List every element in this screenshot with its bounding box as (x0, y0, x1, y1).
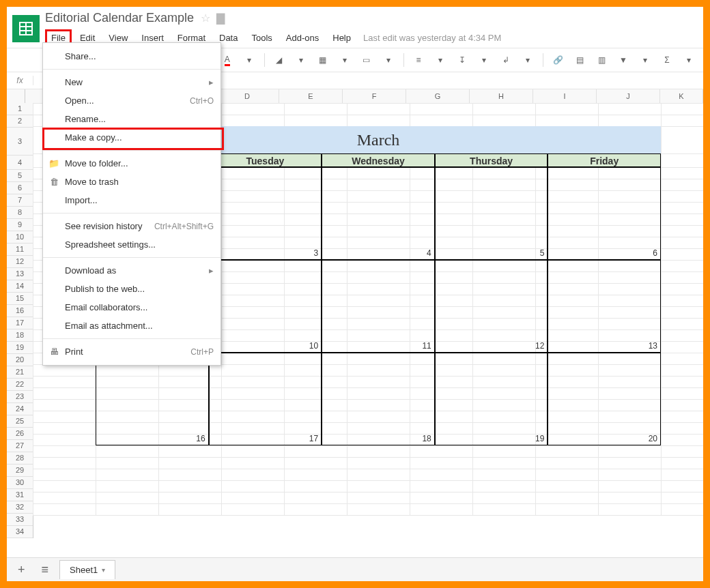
calendar-cell[interactable]: 16 (96, 353, 209, 445)
row-header-31[interactable]: 31 (7, 489, 33, 501)
row-header-8[interactable]: 8 (7, 207, 33, 219)
merge-cells-button[interactable]: ▭ (358, 53, 375, 67)
col-header-H[interactable]: H (470, 89, 533, 103)
chevron-down-icon[interactable]: ▾ (102, 566, 105, 574)
chevron-down-icon[interactable]: ▾ (240, 53, 258, 67)
star-icon[interactable]: ☆ (201, 12, 210, 24)
file-menu-item[interactable]: Spreadsheet settings... (43, 235, 221, 254)
calendar-cell[interactable]: 10 (209, 260, 322, 353)
filter-button[interactable]: ▼ (614, 53, 632, 67)
document-title[interactable]: Editorial Calendar Example (45, 11, 194, 25)
file-menu-item[interactable]: Open...Ctrl+O (43, 91, 221, 110)
calendar-cell[interactable]: 4 (322, 167, 435, 260)
calendar-cell[interactable]: 17 (209, 353, 322, 445)
row-header-22[interactable]: 22 (7, 379, 33, 391)
row-header-10[interactable]: 10 (7, 231, 33, 244)
row-header-7[interactable]: 7 (7, 194, 33, 207)
row-header-25[interactable]: 25 (7, 415, 33, 428)
calendar-cell[interactable]: 12 (435, 260, 548, 353)
file-menu-item[interactable]: See revision historyCtrl+Alt+Shift+G (43, 217, 221, 235)
menu-addons[interactable]: Add-ons (281, 30, 324, 46)
col-header-D[interactable]: D (216, 89, 279, 103)
borders-button[interactable]: ▦ (314, 53, 332, 67)
col-header-J[interactable]: J (597, 89, 660, 103)
chevron-down-icon[interactable]: ▾ (636, 53, 654, 67)
row-header-20[interactable]: 20 (7, 354, 33, 366)
row-header-26[interactable]: 26 (7, 428, 33, 440)
row-header-4[interactable]: 4 (7, 156, 33, 170)
wrap-button[interactable]: ↲ (497, 53, 515, 67)
file-menu-item[interactable]: Email as attachment... (43, 317, 221, 335)
row-header-12[interactable]: 12 (7, 256, 33, 268)
sheets-logo[interactable] (12, 15, 40, 42)
calendar-cell[interactable]: 13 (548, 260, 661, 353)
link-button[interactable]: 🔗 (549, 53, 567, 67)
col-header-G[interactable]: G (406, 89, 470, 103)
chevron-down-icon[interactable]: ▾ (292, 53, 310, 67)
fill-color-button[interactable]: ◢ (270, 53, 288, 67)
file-menu-item[interactable]: 🗑Move to trash (43, 173, 221, 191)
col-header-E[interactable]: E (279, 89, 343, 103)
align-left-button[interactable]: ≡ (410, 53, 427, 67)
row-header-28[interactable]: 28 (7, 452, 33, 465)
row-header-29[interactable]: 29 (7, 465, 33, 477)
row-header-19[interactable]: 19 (7, 342, 33, 354)
row-header-21[interactable]: 21 (7, 366, 33, 379)
chevron-down-icon[interactable]: ▾ (680, 53, 698, 67)
col-header-F[interactable]: F (343, 89, 406, 103)
calendar-cell[interactable]: 5 (435, 167, 548, 260)
chevron-down-icon[interactable]: ▾ (519, 53, 537, 67)
row-header-2[interactable]: 2 (7, 115, 33, 128)
file-menu-item[interactable]: 🖶PrintCtrl+P (43, 342, 221, 361)
chevron-down-icon[interactable]: ▾ (380, 53, 397, 67)
row-header-16[interactable]: 16 (7, 305, 33, 317)
row-header-14[interactable]: 14 (7, 280, 33, 293)
row-header-18[interactable]: 18 (7, 329, 33, 342)
row-header-33[interactable]: 33 (7, 514, 33, 526)
calendar-cell[interactable]: 11 (322, 260, 435, 353)
chevron-down-icon[interactable]: ▾ (475, 53, 493, 67)
all-sheets-button[interactable]: ≡ (36, 560, 55, 580)
row-header-24[interactable]: 24 (7, 403, 33, 415)
menu-help[interactable]: Help (327, 30, 356, 46)
calendar-cell[interactable]: 19 (435, 353, 548, 445)
last-edit-text[interactable]: Last edit was yesterday at 4:34 PM (363, 33, 501, 43)
row-header-6[interactable]: 6 (7, 182, 33, 194)
row-header-23[interactable]: 23 (7, 391, 33, 403)
chevron-down-icon[interactable]: ▾ (336, 53, 354, 67)
row-header-27[interactable]: 27 (7, 440, 33, 452)
file-menu-item[interactable]: Make a copy... (43, 128, 221, 147)
file-menu-item[interactable]: New▸ (43, 73, 221, 91)
row-header-32[interactable]: 32 (7, 501, 33, 514)
row-header-11[interactable]: 11 (7, 244, 33, 256)
calendar-cell[interactable]: 3 (209, 167, 322, 260)
file-menu-item[interactable]: Email collaborators... (43, 298, 221, 317)
row-header-5[interactable]: 5 (7, 170, 33, 182)
file-menu-item[interactable]: Publish to the web... (43, 280, 221, 298)
calendar-cell[interactable]: 6 (548, 167, 661, 260)
row-header-1[interactable]: 1 (7, 103, 33, 115)
file-menu-item[interactable]: Share... (43, 47, 221, 65)
file-menu-item[interactable]: Download as▸ (43, 261, 221, 280)
file-menu-item[interactable]: 📁Move to folder... (43, 154, 221, 173)
comment-button[interactable]: ▤ (571, 53, 588, 67)
select-all-corner[interactable] (7, 89, 25, 103)
add-sheet-button[interactable]: + (12, 560, 31, 580)
row-header-15[interactable]: 15 (7, 293, 33, 305)
menu-tools[interactable]: Tools (246, 30, 277, 46)
valign-button[interactable]: ↧ (453, 53, 471, 67)
file-menu-item[interactable]: Import... (43, 191, 221, 209)
chart-button[interactable]: ▥ (593, 53, 610, 67)
row-header-17[interactable]: 17 (7, 317, 33, 329)
calendar-cell[interactable]: 20 (548, 353, 661, 445)
row-header-3[interactable]: 3 (7, 128, 33, 156)
calendar-cell[interactable]: 18 (322, 353, 435, 445)
row-header-34[interactable]: 34 (7, 526, 33, 538)
col-header-I[interactable]: I (533, 89, 597, 103)
sheet-tab-sheet1[interactable]: Sheet1 ▾ (59, 560, 115, 579)
folder-icon[interactable]: ▇ (216, 12, 225, 24)
row-header-30[interactable]: 30 (7, 477, 33, 489)
functions-button[interactable]: Σ (658, 53, 676, 67)
row-header-13[interactable]: 13 (7, 268, 33, 280)
col-header-K[interactable]: K (660, 89, 703, 103)
